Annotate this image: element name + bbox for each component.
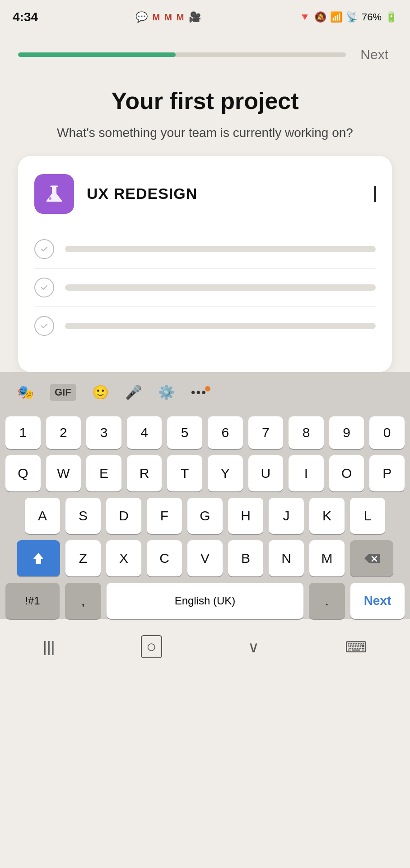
key-l[interactable]: L — [350, 498, 385, 534]
key-c[interactable]: C — [147, 540, 182, 576]
key-u[interactable]: U — [248, 455, 284, 491]
back-button[interactable]: ||| — [32, 632, 66, 661]
key-3[interactable]: 3 — [86, 416, 121, 449]
text-cursor — [374, 186, 376, 202]
space-button[interactable]: English (UK) — [107, 583, 303, 619]
next-button[interactable]: Next — [357, 45, 392, 64]
key-x[interactable]: X — [106, 540, 141, 576]
shift-button[interactable] — [17, 540, 60, 576]
status-icons: 💬 M M M 🎥 — [135, 11, 200, 23]
progress-track — [18, 52, 346, 57]
task-check-3 — [34, 316, 54, 336]
more-icon: ••• — [191, 385, 207, 400]
key-e[interactable]: E — [86, 455, 121, 491]
task-row-3 — [34, 307, 376, 345]
check-icon-1 — [39, 244, 49, 254]
key-h[interactable]: H — [228, 498, 263, 534]
mute-icon: 🔕 — [314, 11, 326, 23]
keyboard-next-button[interactable]: Next — [350, 583, 405, 619]
home-button[interactable]: ○ — [130, 630, 173, 664]
key-w[interactable]: W — [46, 455, 81, 491]
gif-button[interactable]: GIF — [44, 380, 82, 405]
flask-icon — [43, 183, 65, 205]
key-2[interactable]: 2 — [46, 416, 81, 449]
status-right: 🔻 🔕 📶 📡 76% 🔋 — [298, 11, 397, 23]
settings-icon: ⚙️ — [158, 384, 175, 400]
period-button[interactable]: . — [309, 583, 345, 619]
page-title: Your first project — [27, 88, 383, 115]
key-6[interactable]: 6 — [208, 416, 243, 449]
keyboard: 1 2 3 4 5 6 7 8 9 0 Q W E R T Y U I O P … — [0, 413, 410, 619]
keyboard-qwerty-row: Q W E R T Y U I O P — [5, 455, 405, 491]
title-section: Your first project What's something your… — [18, 77, 392, 156]
key-4[interactable]: 4 — [127, 416, 162, 449]
key-m[interactable]: M — [309, 540, 345, 576]
task-check-2 — [34, 278, 54, 297]
keyboard-number-row: 1 2 3 4 5 6 7 8 9 0 — [5, 416, 405, 449]
home-icon: ○ — [141, 635, 162, 658]
wifi-icon: 📶 — [330, 11, 342, 23]
task-row-2 — [34, 269, 376, 307]
key-b[interactable]: B — [228, 540, 263, 576]
keyboard-toolbar: 🎭 GIF 🙂 🎤 ⚙️ ••• — [0, 372, 410, 413]
key-i[interactable]: I — [289, 455, 324, 491]
key-a[interactable]: A — [25, 498, 60, 534]
messenger-icon: 💬 — [135, 11, 148, 23]
comma-button[interactable]: , — [65, 583, 101, 619]
keyboard-zxcv-row: Z X C V B N M — [5, 540, 405, 576]
mic-icon: 🎤 — [125, 384, 142, 400]
key-q[interactable]: Q — [5, 455, 41, 491]
recent-icon: ∨ — [248, 638, 259, 656]
emoji-icon: 🙂 — [92, 384, 109, 400]
gif-label: GIF — [50, 384, 76, 401]
key-v[interactable]: V — [187, 540, 223, 576]
keyboard-asdf-row: A S D F G H J K L — [5, 498, 405, 534]
delete-icon — [363, 552, 381, 565]
nav-bar: ||| ○ ∨ ⌨ — [0, 625, 410, 670]
more-button[interactable]: ••• — [185, 382, 219, 403]
video-icon: 🎥 — [189, 11, 201, 23]
settings-button[interactable]: ⚙️ — [152, 381, 181, 404]
project-name-input[interactable] — [87, 185, 373, 203]
key-1[interactable]: 1 — [5, 416, 41, 449]
key-s[interactable]: S — [65, 498, 101, 534]
battery-icon: 🔋 — [385, 11, 397, 23]
key-k[interactable]: K — [309, 498, 345, 534]
status-time: 4:34 — [13, 10, 38, 24]
key-f[interactable]: F — [147, 498, 182, 534]
signal-icon: 📡 — [346, 11, 358, 23]
status-bar: 4:34 💬 M M M 🎥 🔻 🔕 📶 📡 76% 🔋 — [0, 0, 410, 33]
key-0[interactable]: 0 — [369, 416, 405, 449]
key-d[interactable]: D — [106, 498, 141, 534]
key-z[interactable]: Z — [65, 540, 101, 576]
symbols-button[interactable]: !#1 — [5, 583, 60, 619]
key-n[interactable]: N — [269, 540, 304, 576]
mic-button[interactable]: 🎤 — [119, 381, 148, 404]
sticker-icon: 🎭 — [17, 384, 34, 400]
emoji-button[interactable]: 🙂 — [86, 381, 115, 404]
key-g[interactable]: G — [187, 498, 223, 534]
bluetooth-icon: 🔻 — [298, 11, 311, 23]
key-t[interactable]: T — [167, 455, 202, 491]
key-r[interactable]: R — [127, 455, 162, 491]
task-row — [34, 230, 376, 269]
delete-button[interactable] — [350, 540, 393, 576]
key-j[interactable]: J — [269, 498, 304, 534]
gmail-icon2: M — [164, 12, 172, 23]
recent-button[interactable]: ∨ — [237, 632, 270, 661]
key-9[interactable]: 9 — [329, 416, 364, 449]
page-subtitle: What's something your team is currently … — [27, 124, 383, 142]
back-icon: ||| — [43, 638, 55, 656]
key-p[interactable]: P — [369, 455, 405, 491]
progress-fill — [18, 52, 176, 57]
battery-percent: 76% — [362, 11, 382, 23]
sticker-button[interactable]: 🎭 — [11, 381, 40, 404]
key-7[interactable]: 7 — [248, 416, 284, 449]
project-name-container[interactable] — [87, 185, 376, 203]
gmail-icon: M — [152, 12, 160, 23]
key-8[interactable]: 8 — [289, 416, 324, 449]
key-y[interactable]: Y — [208, 455, 243, 491]
key-o[interactable]: O — [329, 455, 364, 491]
keyboard-toggle-button[interactable]: ⌨ — [334, 632, 378, 661]
key-5[interactable]: 5 — [167, 416, 202, 449]
